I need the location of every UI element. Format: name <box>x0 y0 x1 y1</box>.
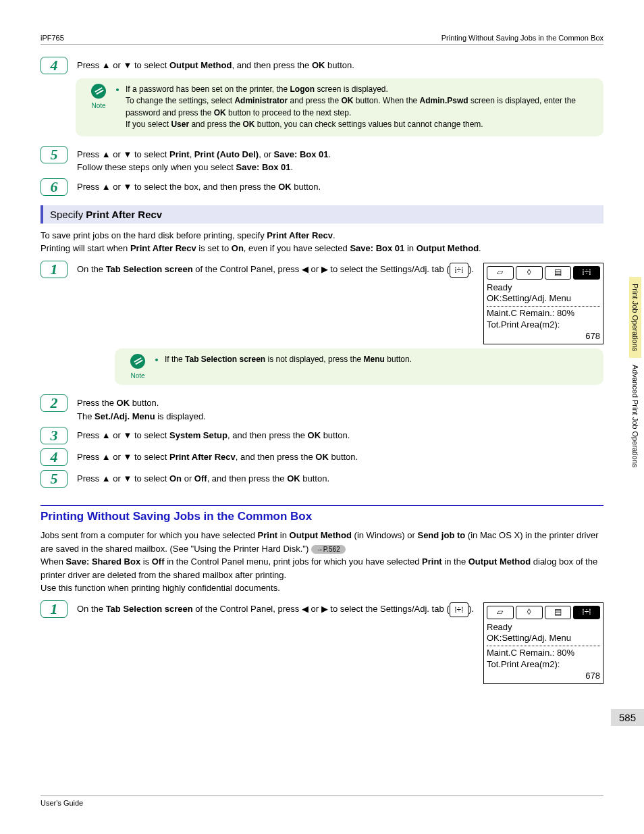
page-reference-link[interactable]: →P.562 <box>311 545 346 554</box>
note-icon <box>91 84 106 99</box>
note-icon <box>130 354 145 369</box>
intro-paragraph: To save print jobs on the hard disk befo… <box>41 229 603 255</box>
step-b3: 3 Press ▲ or ▼ to select System Setup, a… <box>41 427 603 444</box>
lcd-tab-settings-icon: ⁞÷⁞ <box>573 606 600 619</box>
lcd-line-maint: Maint.C Remain.: 80% <box>487 648 600 659</box>
note-box: Note If the Tab Selection screen is not … <box>115 348 603 385</box>
step-number: 5 <box>41 470 68 488</box>
step-number: 4 <box>41 57 68 74</box>
side-tab-section[interactable]: Advanced Print Job Operations <box>629 358 641 474</box>
note-label: Note <box>86 102 111 109</box>
lcd-tab-ink-icon: ◊ <box>516 606 543 619</box>
step-number: 5 <box>41 146 68 163</box>
note-box: Note If a password has been set on the p… <box>76 78 603 136</box>
lcd-tab-job-icon: ▤ <box>545 606 572 619</box>
lcd-line-ok: OK:Setting/Adj. Menu <box>487 633 600 644</box>
step-b1: 1 ▱ ◊ ▤ ⁞÷⁞ Ready OK:Setting/Adj. Menu M… <box>41 261 603 344</box>
step-number: 1 <box>41 600 68 618</box>
lcd-line-maint: Maint.C Remain.: 80% <box>487 308 600 319</box>
lcd-line-num: 678 <box>487 671 600 682</box>
lcd-line-ready: Ready <box>487 282 600 294</box>
step-number: 1 <box>41 261 68 278</box>
lcd-line-area: Tot.Print Area(m2): <box>487 319 600 331</box>
step-number: 4 <box>41 448 68 466</box>
settings-tab-icon: ⁞÷⁞ <box>450 602 469 617</box>
subsection-heading: Specify Print After Recv <box>41 205 603 224</box>
lcd-line-ok: OK:Setting/Adj. Menu <box>487 293 600 305</box>
step-b4: 4 Press ▲ or ▼ to select Print After Rec… <box>41 448 603 466</box>
lcd-line-ready: Ready <box>487 622 600 633</box>
lcd-panel: ▱ ◊ ▤ ⁞÷⁞ Ready OK:Setting/Adj. Menu Mai… <box>483 602 603 684</box>
step-number: 3 <box>41 427 68 444</box>
step-b2: 2 Press the OK button. The Set./Adj. Men… <box>41 394 603 423</box>
note-label: Note <box>126 372 150 380</box>
side-tabs: Print Job Operations Advanced Print Job … <box>629 277 644 475</box>
settings-tab-icon: ⁞÷⁞ <box>450 263 469 278</box>
lcd-tab-paper-icon: ▱ <box>487 606 514 619</box>
lcd-tab-paper-icon: ▱ <box>487 266 514 280</box>
header-right: Printing Without Saving Jobs in the Comm… <box>441 34 603 42</box>
page-number: 585 <box>611 709 644 726</box>
step-c1: 1 ▱ ◊ ▤ ⁞÷⁞ Ready OK:Setting/Adj. Menu M… <box>41 600 603 684</box>
footer: User's Guide <box>41 796 603 807</box>
step-b5: 5 Press ▲ or ▼ to select On or Off, and … <box>41 470 603 488</box>
step-number: 6 <box>41 178 68 196</box>
side-tab-chapter[interactable]: Print Job Operations <box>629 277 641 358</box>
lcd-tab-settings-icon: ⁞÷⁞ <box>573 266 600 280</box>
lcd-panel: ▱ ◊ ▤ ⁞÷⁞ Ready OK:Setting/Adj. Menu Mai… <box>483 263 603 344</box>
section-title: Printing Without Saving Jobs in the Comm… <box>41 505 603 523</box>
page-header: iPF765 Printing Without Saving Jobs in t… <box>41 34 603 45</box>
lcd-tab-job-icon: ▤ <box>545 266 572 280</box>
lcd-line-num: 678 <box>487 331 600 342</box>
step-number: 2 <box>41 394 68 412</box>
step-6: 6 Press ▲ or ▼ to select the box, and th… <box>41 178 603 196</box>
step-4: 4 Press ▲ or ▼ to select Output Method, … <box>41 57 603 74</box>
lcd-line-area: Tot.Print Area(m2): <box>487 659 600 671</box>
section-intro: Jobs sent from a computer for which you … <box>41 529 603 595</box>
lcd-tab-ink-icon: ◊ <box>516 266 543 280</box>
header-left: iPF765 <box>41 34 64 42</box>
step-5: 5 Press ▲ or ▼ to select Print, Print (A… <box>41 146 603 174</box>
